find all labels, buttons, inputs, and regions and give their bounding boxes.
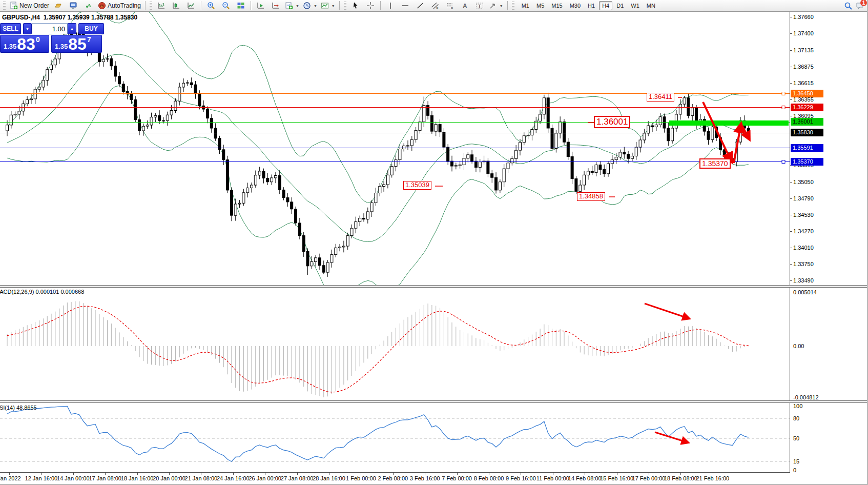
green-supply-zone[interactable]	[669, 120, 789, 126]
horizontal-line-icon	[401, 2, 409, 10]
periods-button[interactable]: ▼	[301, 1, 319, 11]
bar-chart-button[interactable]	[154, 1, 169, 11]
price-annotation-label[interactable]: 1.34858	[577, 192, 605, 201]
rsi-label-wrap: RSI(14) 48.8655	[0, 405, 102, 411]
zoom-out-button[interactable]	[219, 1, 233, 11]
notifications-icon[interactable]: 1	[856, 2, 864, 10]
templates-button[interactable]: ▼	[319, 1, 337, 11]
fibonacci-tool-button[interactable]: F	[443, 1, 457, 11]
vertical-line-icon	[386, 2, 395, 10]
timeframe-d1[interactable]: D1	[613, 1, 627, 10]
chart-canvas[interactable]	[0, 0, 868, 485]
zoom-in-button[interactable]	[204, 1, 218, 11]
tile-windows-icon	[236, 2, 245, 10]
time-tick-mark	[233, 473, 234, 475]
price-level-badge: 1.35370	[791, 158, 823, 166]
price-axis-label: 1.35050	[793, 179, 814, 185]
new-chart-button[interactable]: ▼	[283, 1, 301, 11]
toolbar-grip[interactable]	[150, 2, 152, 10]
price-axis-label: 1.37400	[793, 30, 814, 36]
time-axis-label: 24 Jan 16:00	[217, 475, 250, 481]
time-axis-label: 14 Feb 08:00	[568, 475, 602, 481]
price-tick-mark	[790, 17, 792, 17]
bid-price-panel[interactable]: 1.35 83 0	[0, 35, 49, 53]
volume-decrease-button[interactable]: ▼	[23, 23, 32, 34]
rsi-axis-label: 80	[793, 415, 799, 421]
price-tick-mark	[790, 67, 792, 67]
price-axis-label: 1.37660	[793, 14, 814, 20]
chart-shift-button[interactable]	[268, 1, 283, 11]
price-annotation-label[interactable]: 1.35370	[699, 158, 731, 169]
timeframe-m30[interactable]: M30	[567, 1, 584, 10]
market-watch-button[interactable]	[51, 1, 66, 11]
volume-increase-button[interactable]: ▲	[68, 23, 76, 34]
price-tick-mark	[790, 33, 792, 34]
toolbar-grip[interactable]	[512, 2, 514, 10]
sell-button[interactable]: SELL	[0, 23, 21, 34]
channel-tool-button[interactable]: E	[428, 1, 442, 11]
text-label-tool-button[interactable]: T	[472, 1, 487, 11]
rsi-indicator	[0, 407, 790, 462]
time-tick-mark	[361, 473, 361, 475]
time-axis-label: 7 Feb 00:00	[442, 475, 472, 481]
time-tick-mark	[425, 473, 425, 475]
timeframe-h4[interactable]: H4	[599, 1, 612, 10]
timeframe-h1[interactable]: H1	[585, 1, 598, 10]
timeframe-m15[interactable]: M15	[548, 1, 565, 10]
time-tick-mark	[41, 473, 42, 475]
tile-windows-button[interactable]	[234, 1, 248, 11]
rsi-panel-separator[interactable]	[0, 400, 868, 403]
price-level-badge: 1.36001	[791, 118, 823, 126]
dropdown-arrow-icon: ▼	[332, 4, 335, 8]
price-annotation-label[interactable]: 1.36001	[594, 116, 630, 128]
timeframe-toolbar: M1M5M15M30H1H4D1W1MN	[519, 1, 658, 10]
cursor-tool-button[interactable]	[348, 1, 363, 11]
time-axis-label: 9 Feb 16:00	[506, 475, 536, 481]
line-chart-button[interactable]	[184, 1, 198, 11]
price-annotation-label[interactable]: 1.35039	[403, 181, 431, 190]
rsi-axis-label: 100	[793, 403, 802, 409]
signals-button[interactable]	[81, 1, 95, 11]
volume-input[interactable]	[32, 23, 68, 34]
search-icon[interactable]	[844, 2, 853, 10]
bid-price-prefix: 1.35	[4, 43, 16, 50]
arrows-tool-button[interactable]: ▼	[487, 1, 505, 11]
price-annotation-label[interactable]: 1.36411	[647, 93, 674, 102]
price-tick-mark	[790, 248, 792, 248]
time-axis-border	[0, 472, 790, 473]
macd-panel-separator[interactable]	[0, 285, 868, 288]
time-tick-mark	[489, 473, 489, 475]
time-tick-mark	[617, 473, 617, 475]
trendline-tool-button[interactable]	[413, 1, 427, 11]
time-axis-label: 3 Feb 16:00	[410, 475, 440, 481]
text-tool-button[interactable]: A	[458, 1, 472, 11]
time-axis-label: 21 Jan 08:00	[185, 475, 218, 481]
timeframe-mn[interactable]: MN	[644, 1, 658, 10]
toolbar-grip[interactable]	[3, 2, 6, 10]
price-tick-mark	[790, 83, 792, 84]
crosshair-tool-button[interactable]	[363, 1, 378, 11]
price-axis-label: 1.34530	[793, 212, 814, 218]
time-axis-label: 28 Jan 16:00	[313, 475, 345, 481]
vertical-line-tool-button[interactable]	[383, 1, 398, 11]
timeframe-m1[interactable]: M1	[519, 1, 532, 10]
autotrading-button[interactable]: AutoTrading	[96, 1, 142, 11]
timeframe-w1[interactable]: W1	[628, 1, 643, 10]
ask-price-panel[interactable]: 1.35 85 7	[51, 35, 102, 53]
toolbar-grip[interactable]	[344, 2, 346, 10]
price-axis-border	[790, 12, 790, 473]
candlesticks	[6, 26, 750, 277]
macd-axis-label: 0.005014	[793, 289, 817, 295]
candlestick-chart-button[interactable]	[169, 1, 183, 11]
time-tick-mark	[713, 473, 713, 475]
terminal-button[interactable]	[66, 1, 80, 11]
new-order-button[interactable]: New Order	[8, 1, 51, 11]
zoom-out-icon	[221, 2, 230, 10]
buy-button[interactable]: BUY	[78, 23, 104, 34]
timeframe-m5[interactable]: M5	[533, 1, 547, 10]
price-axis-label: 1.34790	[793, 195, 814, 201]
auto-scroll-button[interactable]	[254, 1, 268, 11]
svg-text:F: F	[451, 7, 453, 10]
horizontal-level-lines[interactable]	[0, 92, 790, 164]
horizontal-line-tool-button[interactable]	[398, 1, 412, 11]
